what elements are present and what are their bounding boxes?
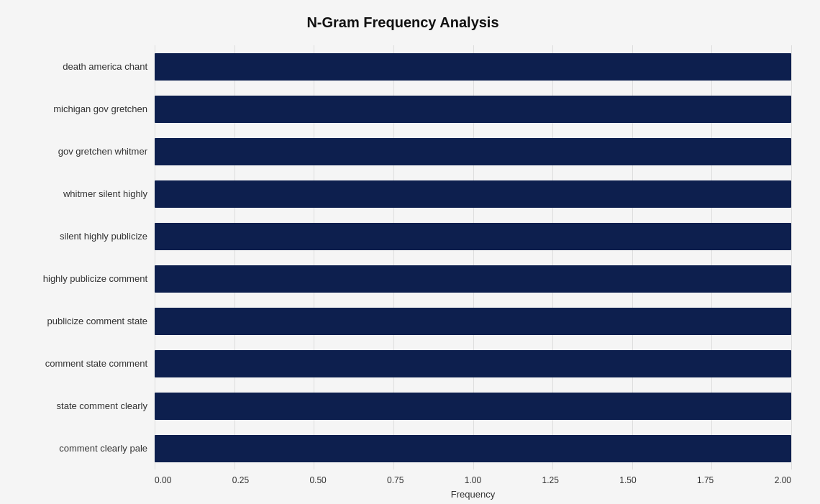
plot-area: [155, 45, 791, 469]
x-axis: 0.000.250.500.751.001.251.501.752.00: [155, 469, 791, 485]
bar: [155, 138, 791, 165]
x-tick: 1.00: [465, 475, 481, 485]
bar-row: [155, 346, 791, 382]
bar: [155, 435, 791, 462]
bar-row: [155, 261, 791, 297]
bar: [155, 180, 791, 208]
bar: [155, 308, 791, 335]
bar-row: [155, 388, 791, 424]
y-label: comment state comment: [14, 358, 147, 370]
y-label: highly publicize comment: [14, 273, 147, 285]
x-tick: 1.75: [697, 475, 714, 485]
chart-area: death america chantmichigan gov gretchen…: [14, 45, 791, 469]
bar-row: [155, 219, 791, 255]
bar: [155, 53, 791, 81]
y-label: comment clearly pale: [14, 443, 147, 454]
bar: [155, 223, 791, 250]
x-tick: 0.00: [155, 475, 171, 485]
bar: [155, 96, 791, 123]
bar-row: [155, 176, 791, 212]
y-label: gov gretchen whitmer: [14, 146, 147, 157]
chart-title: N-Gram Frequency Analysis: [14, 14, 791, 31]
bar-row: [155, 431, 791, 467]
x-tick: 1.50: [619, 475, 636, 485]
bar-row: [155, 134, 791, 170]
y-label: silent highly publicize: [14, 231, 147, 242]
y-label: whitmer silent highly: [14, 188, 147, 200]
y-label: state comment clearly: [14, 400, 147, 412]
y-label: michigan gov gretchen: [14, 104, 147, 115]
bar-row: [155, 303, 791, 339]
x-tick: 1.25: [542, 475, 559, 485]
bar-row: [155, 91, 791, 127]
bar: [155, 393, 791, 420]
x-tick: 2.00: [775, 475, 791, 485]
y-label: publicize comment state: [14, 316, 147, 327]
bar: [155, 265, 791, 293]
y-axis: death america chantmichigan gov gretchen…: [14, 45, 155, 469]
x-tick: 0.50: [309, 475, 326, 485]
bar: [155, 350, 791, 377]
x-axis-label: Frequency: [155, 489, 791, 500]
x-tick: 0.75: [387, 475, 404, 485]
grid-line: [791, 45, 792, 469]
bar-row: [155, 49, 791, 85]
x-tick: 0.25: [232, 475, 249, 485]
y-label: death america chant: [14, 61, 147, 73]
chart-container: N-Gram Frequency Analysis death america …: [0, 0, 820, 504]
